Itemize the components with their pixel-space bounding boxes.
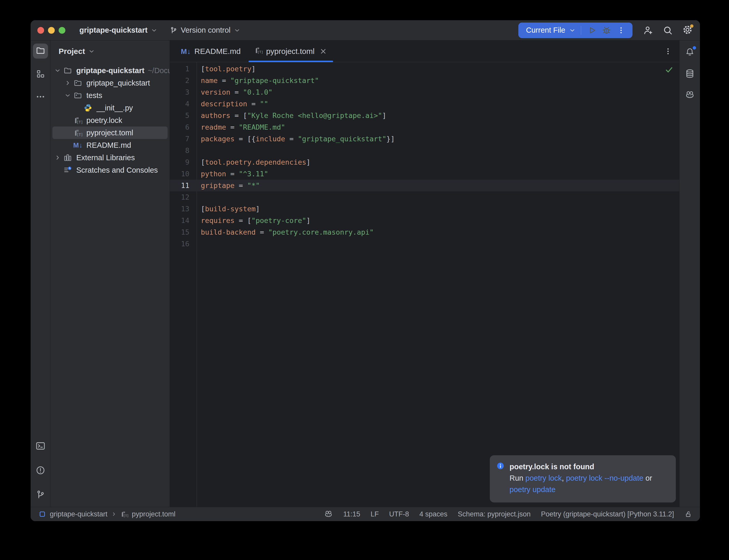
problems-tool-button[interactable] bbox=[33, 463, 48, 478]
more-run-options-button[interactable] bbox=[614, 23, 628, 38]
code-line-13[interactable]: 13[build-system] bbox=[170, 203, 679, 215]
line-number[interactable]: 6 bbox=[170, 121, 197, 133]
poetry-update-link[interactable]: poetry update bbox=[510, 485, 556, 494]
poetry-lock-link[interactable]: poetry lock bbox=[525, 474, 562, 482]
debug-button[interactable] bbox=[599, 23, 614, 38]
line-number[interactable]: 3 bbox=[170, 86, 197, 98]
markdown-file-icon: M↓ bbox=[181, 47, 191, 56]
code-line-14[interactable]: 14requires = ["poetry-core"] bbox=[170, 215, 679, 226]
encoding-indicator[interactable]: UTF-8 bbox=[389, 510, 409, 518]
line-number[interactable]: 12 bbox=[170, 191, 197, 203]
poetry-lock-no-update-link[interactable]: poetry lock --no-update bbox=[566, 474, 643, 482]
code-line-2[interactable]: 2name = "griptape-quickstart" bbox=[170, 75, 679, 86]
svg-text:[T]: [T] bbox=[76, 120, 82, 124]
tree-item-tests[interactable]: tests bbox=[50, 89, 170, 102]
chevron-down-icon[interactable] bbox=[52, 67, 62, 74]
close-window-button[interactable] bbox=[37, 27, 44, 34]
code-text: [tool.poetry.dependencies] bbox=[197, 156, 310, 168]
zoom-window-button[interactable] bbox=[59, 27, 65, 34]
project-panel-title: Project bbox=[59, 47, 85, 56]
editor-options-button[interactable] bbox=[664, 47, 672, 56]
code-line-6[interactable]: 6readme = "README.md" bbox=[170, 121, 679, 133]
code-line-15[interactable]: 15build-backend = "poetry.core.masonry.a… bbox=[170, 226, 679, 238]
project-tool-button[interactable] bbox=[33, 44, 48, 59]
minimize-window-button[interactable] bbox=[48, 27, 55, 34]
line-ending-indicator[interactable]: LF bbox=[371, 510, 379, 518]
line-number[interactable]: 2 bbox=[170, 75, 197, 86]
line-number[interactable]: 9 bbox=[170, 156, 197, 168]
code-line-7[interactable]: 7packages = [{include = "griptape_quicks… bbox=[170, 133, 679, 145]
breadcrumb-file[interactable]: pyproject.toml bbox=[132, 510, 175, 518]
line-number[interactable]: 14 bbox=[170, 215, 197, 226]
tree-item-external-libraries[interactable]: External Libraries bbox=[50, 151, 170, 164]
structure-tool-button[interactable] bbox=[33, 66, 48, 81]
tab-readme-md[interactable]: M↓ README.md bbox=[174, 40, 247, 62]
code-line-11[interactable]: 11griptape = "*" bbox=[170, 180, 679, 191]
line-number[interactable]: 16 bbox=[170, 238, 197, 250]
left-tool-strip bbox=[31, 40, 50, 507]
settings-button[interactable] bbox=[681, 24, 694, 37]
code-text: authors = ["Kyle Roche <hello@griptape.a… bbox=[197, 110, 386, 121]
schema-indicator[interactable]: Schema: pyproject.json bbox=[458, 510, 531, 518]
line-number[interactable]: 13 bbox=[170, 203, 197, 215]
tree-item-griptape-quickstart[interactable]: griptape-quickstart~/Docume bbox=[50, 64, 170, 77]
line-number[interactable]: 7 bbox=[170, 133, 197, 145]
vcs-widget[interactable]: Version control bbox=[167, 23, 243, 37]
line-number[interactable]: 11 bbox=[170, 180, 197, 191]
code-line-5[interactable]: 5authors = ["Kyle Roche <hello@griptape.… bbox=[170, 110, 679, 121]
code-line-16[interactable]: 16 bbox=[170, 238, 679, 250]
line-number[interactable]: 5 bbox=[170, 110, 197, 121]
line-number[interactable]: 8 bbox=[170, 145, 197, 156]
code-line-8[interactable]: 8 bbox=[170, 145, 679, 156]
chevron-right-icon[interactable] bbox=[62, 80, 73, 86]
breadcrumbs: griptape-quickstart [T] pyproject.toml bbox=[38, 510, 175, 518]
notification-balloon: poetry.lock is not found Run poetry lock… bbox=[490, 455, 676, 502]
line-number[interactable]: 15 bbox=[170, 226, 197, 238]
tree-item-pyproject-toml[interactable]: [T]pyproject.toml bbox=[52, 127, 168, 139]
code-line-4[interactable]: 4description = "" bbox=[170, 98, 679, 110]
terminal-tool-button[interactable] bbox=[33, 438, 48, 453]
line-number[interactable]: 10 bbox=[170, 168, 197, 180]
tree-item--init-py[interactable]: __init__.py bbox=[50, 102, 170, 114]
tree-item-griptape-quickstart[interactable]: griptape_quickstart bbox=[50, 77, 170, 89]
breadcrumb-project[interactable]: griptape-quickstart bbox=[50, 510, 107, 518]
line-number[interactable]: 4 bbox=[170, 98, 197, 110]
inspections-ok-icon[interactable] bbox=[665, 65, 674, 74]
code-line-3[interactable]: 3version = "0.1.0" bbox=[170, 86, 679, 98]
tab-pyproject-toml[interactable]: [T] pyproject.toml bbox=[247, 40, 334, 62]
search-everywhere-button[interactable] bbox=[662, 24, 674, 37]
more-tool-windows-button[interactable] bbox=[33, 89, 48, 104]
git-tool-button[interactable] bbox=[33, 487, 48, 502]
tree-item-poetry-lock[interactable]: [T]poetry.lock bbox=[50, 114, 170, 127]
run-button[interactable] bbox=[585, 23, 599, 38]
indent-indicator[interactable]: 4 spaces bbox=[420, 510, 448, 518]
tree-item-label: griptape_quickstart bbox=[86, 79, 150, 87]
tab-label: pyproject.toml bbox=[266, 47, 315, 56]
line-number[interactable]: 1 bbox=[170, 63, 197, 75]
code-text: [tool.poetry] bbox=[197, 63, 255, 75]
tree-item-readme-md[interactable]: M↓README.md bbox=[50, 139, 170, 151]
ai-assistant-status-icon[interactable] bbox=[324, 510, 333, 519]
tree-item-scratches-and-consoles[interactable]: Scratches and Consoles bbox=[50, 164, 170, 176]
tab-label: README.md bbox=[194, 47, 240, 56]
close-tab-button[interactable] bbox=[319, 47, 327, 55]
code-line-1[interactable]: 1[tool.poetry] bbox=[170, 63, 679, 75]
settings-update-badge bbox=[690, 24, 693, 28]
run-configuration-widget[interactable]: Current File bbox=[518, 23, 633, 38]
caret-position[interactable]: 11:15 bbox=[343, 510, 360, 518]
ai-assistant-tool-button[interactable] bbox=[683, 88, 697, 102]
add-user-button[interactable] bbox=[642, 24, 654, 37]
project-switcher[interactable]: griptape-quickstart bbox=[77, 23, 160, 37]
code-line-9[interactable]: 9[tool.poetry.dependencies] bbox=[170, 156, 679, 168]
chevron-down-icon[interactable] bbox=[62, 92, 73, 99]
code-line-12[interactable]: 12 bbox=[170, 191, 679, 203]
database-tool-button[interactable] bbox=[683, 67, 697, 80]
unlocked-icon[interactable] bbox=[684, 510, 692, 518]
main-area: Project griptape-quickstart~/Documegript… bbox=[31, 40, 700, 507]
code-editor[interactable]: 1[tool.poetry]2name = "griptape-quicksta… bbox=[170, 62, 679, 507]
code-line-10[interactable]: 10python = "^3.11" bbox=[170, 168, 679, 180]
interpreter-indicator[interactable]: Poetry (griptape-quickstart) [Python 3.1… bbox=[541, 510, 674, 518]
notifications-tool-button[interactable] bbox=[683, 46, 697, 59]
project-panel-header[interactable]: Project bbox=[50, 40, 170, 62]
chevron-right-icon[interactable] bbox=[52, 154, 62, 161]
